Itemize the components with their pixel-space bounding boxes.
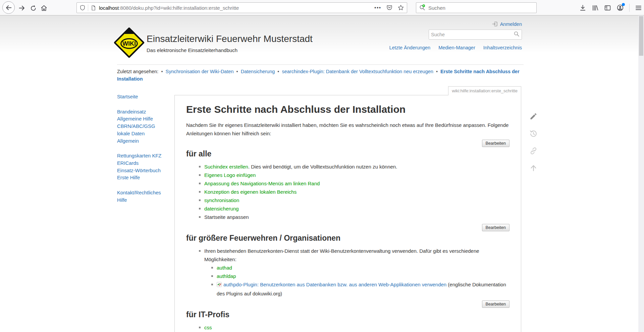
site-title: Einsatzleiterwiki Feuerwehr Musterstadt — [147, 34, 313, 44]
page-tools — [529, 112, 538, 172]
list-item: synchronisation — [199, 196, 509, 204]
library-icon[interactable] — [592, 4, 599, 11]
wiki-link-logo-einfuegen[interactable]: Eigenes Logo einfügen — [204, 172, 256, 178]
forward-button[interactable] — [17, 4, 26, 12]
list-item: Startseite anpassen — [199, 213, 509, 221]
wiki-search-icon[interactable] — [514, 31, 520, 38]
url-bar[interactable]: localhost:8080/doku.php?id=wiki:hilfe:in… — [76, 2, 407, 13]
tracking-protection-shield-icon[interactable] — [79, 5, 86, 11]
scrollbar-thumb[interactable] — [639, 16, 643, 56]
wiki-link-authad[interactable]: authad — [217, 265, 232, 271]
nav-link-recent-changes[interactable]: Letzte Änderungen — [389, 45, 431, 50]
scrollbar[interactable] — [638, 15, 644, 332]
edit-section-button[interactable]: Bearbeiten — [482, 300, 509, 308]
account-button[interactable] — [616, 4, 624, 11]
reload-icon — [30, 5, 37, 12]
sidebar-item-allgemein[interactable]: Allgemein — [117, 138, 174, 145]
toolbar-separator — [629, 4, 630, 12]
list-item: Eigenes Logo einfügen — [199, 171, 509, 179]
nav-link-sitemap[interactable]: Inhaltsverzeichnis — [483, 45, 522, 50]
sidebar-item-woerterbuch[interactable]: Einsatz-Wörterbuch — [117, 167, 174, 175]
pencil-icon — [529, 112, 537, 121]
auth-sublist: authad authldap authpdo-Plugin: Benutzer… — [204, 264, 509, 298]
header-gradient — [0, 15, 644, 53]
page-info-icon[interactable] — [91, 5, 96, 11]
breadcrumb-link[interactable]: Datensicherung — [241, 69, 275, 74]
breadcrumb: Zuletzt angesehen: • Synchronisation der… — [117, 64, 524, 83]
browser-search-input[interactable] — [428, 5, 522, 11]
page-id-tab: wiki:hilfe:installation:erste_schritte — [448, 86, 521, 95]
browser-search-bar[interactable] — [416, 2, 537, 13]
edit-section-button[interactable]: Bearbeiten — [482, 140, 509, 147]
page-tool-history[interactable] — [529, 129, 538, 138]
pocket-icon[interactable] — [386, 4, 393, 11]
wiki-search-input[interactable] — [429, 32, 514, 37]
interwiki-dokuwiki-icon — [217, 281, 222, 289]
history-clock-icon — [529, 130, 538, 138]
list-item: Anpassung des Navigations-Menüs am linke… — [199, 179, 509, 188]
sidebar-item-rettungskarten[interactable]: Rettungskarten KFZ — [117, 152, 174, 160]
downloads-icon[interactable] — [579, 4, 586, 11]
breadcrumb-separator: • — [436, 69, 438, 74]
menu-hamburger-icon[interactable] — [635, 4, 642, 11]
nav-link-media-manager[interactable]: Medien-Manager — [438, 45, 475, 50]
back-arrow-icon — [5, 4, 12, 11]
fuer-alle-list: Suchindex erstellen. Dies wird benötigt,… — [186, 162, 509, 221]
list-item: Ihren bestehenden Benutzerkonten-Dienst … — [199, 247, 509, 298]
breadcrumb-link[interactable]: Synchronisation der Wiki-Daten — [165, 69, 233, 74]
reload-button[interactable] — [29, 4, 38, 12]
wiki-search-box[interactable] — [429, 30, 522, 40]
list-item: authldap — [211, 272, 509, 280]
sidebar-item-cbrn[interactable]: CBRN/ABC/GSG — [117, 123, 174, 130]
url-input[interactable]: localhost:8080/doku.php?id=wiki:hilfe:in… — [99, 5, 372, 11]
wiki-link-datensicherung[interactable]: datensicherung — [204, 206, 239, 211]
wiki-link-synchronisation[interactable]: synchronisation — [204, 197, 239, 203]
wiki-link-css[interactable]: css — [204, 325, 212, 330]
it-profis-list: css — [186, 323, 509, 332]
page-actions-button[interactable]: ••• — [374, 5, 381, 10]
sidebar-item-startseite[interactable]: Startseite — [117, 93, 174, 101]
breadcrumb-separator: • — [277, 69, 279, 74]
breadcrumb-link[interactable]: searchindex-Plugin: Datenbank der Vollte… — [282, 69, 433, 74]
wiki-link-navigation[interactable]: Anpassung des Navigations-Menüs am linke… — [204, 181, 320, 186]
sidebar-item-lokale-daten[interactable]: lokale Daten — [117, 130, 174, 138]
page-tool-edit[interactable] — [529, 112, 538, 121]
intro-paragraph: Nachdem Sie Ihr eigenes Einsatzleiterwik… — [186, 121, 509, 138]
interwiki-link-authpdo[interactable]: authpdo-Plugin: Benutzerkonten aus Daten… — [223, 282, 446, 287]
sidebar-item-hilfe[interactable]: Hilfe — [117, 197, 174, 204]
wiki-link-suchindex[interactable]: Suchindex erstellen — [204, 164, 248, 170]
list-item: css — [199, 323, 509, 332]
logo-text: WIKI — [122, 40, 136, 47]
organisationen-list: Ihren bestehenden Benutzerkonten-Dienst … — [186, 247, 509, 298]
sidebar-item-kontakt[interactable]: Kontakt/Rechtliches — [117, 189, 174, 197]
sidebar-item-brandeinsatz[interactable]: Brandeinsatz — [117, 108, 174, 116]
home-button[interactable] — [40, 4, 48, 12]
list-item: Konzeption des eigenen lokalen Bereichs — [199, 188, 509, 196]
list-item-text: Startseite anpassen — [204, 214, 249, 220]
section-heading-organisationen: für größere Feuerwehren / Organisationen — [186, 233, 509, 243]
login-label[interactable]: Anmelden — [500, 21, 522, 27]
wiki-link-authldap[interactable]: authldap — [217, 273, 236, 279]
sidebar-item-allgemeine-hilfe[interactable]: Allgemeine Hilfe — [117, 115, 174, 123]
page-tool-back-to-top[interactable] — [529, 163, 538, 172]
site-subtitle: Das elektronische Einsatzleiterhandbuch — [147, 47, 313, 53]
list-item: Suchindex erstellen. Dies wird benötigt,… — [199, 162, 509, 171]
page-title: Erste Schritte nach Abschluss der Instal… — [186, 103, 509, 115]
list-item: datensicherung — [199, 204, 509, 213]
page-tool-backlinks[interactable] — [529, 146, 538, 155]
account-notification-dot — [622, 3, 625, 6]
sidebar-item-ericards[interactable]: ERICards — [117, 160, 174, 167]
wiki-logo[interactable]: WIKI — [114, 28, 144, 59]
back-button[interactable] — [2, 1, 15, 14]
login-link[interactable]: Anmelden — [492, 21, 522, 27]
breadcrumb-separator: • — [161, 69, 163, 74]
wiki-link-konzeption[interactable]: Konzeption des eigenen lokalen Bereichs — [204, 189, 297, 195]
edit-section-button[interactable]: Bearbeiten — [482, 224, 509, 231]
breadcrumb-label: Zuletzt angesehen: — [117, 69, 158, 74]
bookmark-star-icon[interactable] — [397, 4, 404, 11]
sidebar-toggle-icon[interactable] — [604, 4, 611, 11]
list-item-text: . Dies wird benötigt, um die Volltextsuc… — [248, 164, 397, 170]
login-icon — [492, 21, 498, 27]
logo-top-corner — [123, 28, 135, 34]
sidebar-item-erste-hilfe[interactable]: Erste Hilfe — [117, 174, 174, 182]
